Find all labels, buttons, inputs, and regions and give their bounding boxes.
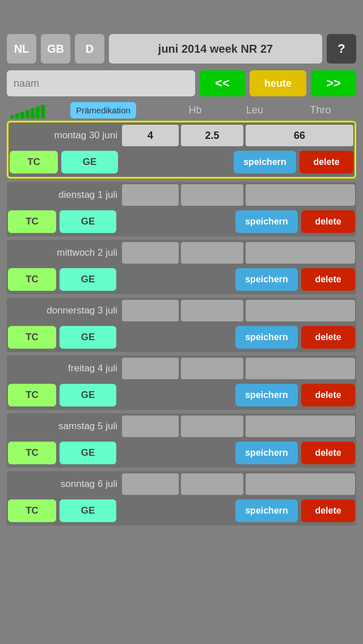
tc-button-donnerstag[interactable]: TC: [8, 326, 56, 349]
ge-button-freitag[interactable]: GE: [60, 384, 116, 406]
day-section-mittwoch: mittwoch 2 juli TC GE speichern delete: [7, 240, 356, 294]
thro-value-montag: 66: [246, 125, 353, 146]
action-row-montag: TC GE speichern delete: [9, 149, 354, 177]
ge-button-mittwoch[interactable]: GE: [60, 268, 116, 291]
speichern-button-dienstag[interactable]: speichern: [235, 210, 298, 233]
speichern-button-donnerstag[interactable]: speichern: [235, 326, 298, 349]
speichern-button-mittwoch[interactable]: speichern: [235, 268, 298, 291]
tc-button-samstag[interactable]: TC: [8, 442, 56, 464]
day-section-samstag: samstag 5 juli TC GE speichern delete: [7, 413, 356, 468]
day-row-montag: montag 30 juni 4 2.5 66: [9, 122, 354, 149]
day-section-montag: montag 30 juni 4 2.5 66 TC GE speichern …: [7, 121, 356, 179]
day-label-donnerstag: donnerstag 3 juli: [8, 305, 122, 316]
action-row-sonntag: TC GE speichern delete: [7, 497, 356, 526]
day-section-freitag: freitag 4 juli TC GE speichern delete: [7, 355, 356, 410]
naam-input[interactable]: [7, 70, 195, 96]
day-row-samstag: samstag 5 juli: [7, 413, 356, 439]
day-section-sonntag: sonntag 6 juli TC GE speichern delete: [7, 471, 356, 526]
praemed-button[interactable]: Prämedikation: [70, 102, 136, 118]
thro-value-sonntag: [246, 473, 355, 495]
top-bar: NL GB D juni 2014 week NR 27 ?: [7, 34, 356, 63]
tc-button-mittwoch[interactable]: TC: [8, 268, 56, 291]
bar3: [20, 112, 24, 118]
day-label-sonntag: sonntag 6 juli: [8, 478, 122, 490]
leu-value-samstag: [181, 416, 243, 437]
bar6: [36, 107, 40, 118]
ge-button-dienstag[interactable]: GE: [60, 210, 116, 233]
column-headers: Prämedikation Hb Leu Thro: [7, 102, 356, 118]
lang-nl-button[interactable]: NL: [7, 34, 36, 63]
signal-icon: [10, 103, 45, 118]
day-section-dienstag: dienstag 1 juli TC GE speichern delete: [7, 182, 356, 236]
ge-button-sonntag[interactable]: GE: [60, 499, 116, 522]
speichern-button-montag[interactable]: speichern: [234, 151, 296, 173]
ge-button-montag[interactable]: GE: [61, 151, 118, 173]
day-row-sonntag: sonntag 6 juli: [7, 471, 356, 497]
bar5: [31, 108, 35, 118]
hb-value-montag: 4: [122, 125, 179, 146]
day-label-dienstag: dienstag 1 juli: [8, 189, 122, 201]
leu-value-freitag: [181, 358, 243, 379]
thro-value-samstag: [246, 416, 355, 437]
leu-value-dienstag: [181, 184, 243, 206]
leu-value-donnerstag: [181, 300, 243, 321]
nav-next-button[interactable]: >>: [311, 70, 356, 96]
ge-button-samstag[interactable]: GE: [60, 442, 116, 464]
day-label-montag: montag 30 juni: [10, 130, 122, 141]
delete-button-dienstag[interactable]: delete: [301, 210, 355, 233]
speichern-button-freitag[interactable]: speichern: [235, 384, 298, 406]
day-label-freitag: freitag 4 juli: [8, 363, 122, 374]
thro-column-header: Thro: [286, 104, 355, 116]
day-row-freitag: freitag 4 juli: [7, 355, 356, 382]
tc-button-sonntag[interactable]: TC: [8, 499, 56, 522]
days-container: montag 30 juni 4 2.5 66 TC GE speichern …: [7, 121, 356, 526]
leu-value-mittwoch: [181, 242, 243, 264]
speichern-button-sonntag[interactable]: speichern: [235, 499, 298, 522]
thro-value-donnerstag: [246, 300, 355, 321]
delete-button-donnerstag[interactable]: delete: [301, 326, 355, 349]
lang-gb-button[interactable]: GB: [41, 34, 70, 63]
action-row-samstag: TC GE speichern delete: [7, 439, 356, 468]
bar2: [15, 113, 19, 118]
bar7: [41, 105, 45, 118]
praemed-column-header: Prämedikation: [70, 102, 167, 118]
day-section-donnerstag: donnerstag 3 juli TC GE speichern delete: [7, 298, 356, 352]
action-row-freitag: TC GE speichern delete: [7, 382, 356, 410]
lang-d-button[interactable]: D: [75, 34, 104, 63]
tc-button-montag[interactable]: TC: [10, 151, 58, 173]
signal-area: [8, 103, 70, 118]
leu-value-sonntag: [181, 473, 243, 495]
day-label-samstag: samstag 5 juli: [8, 421, 122, 432]
ge-button-donnerstag[interactable]: GE: [60, 326, 116, 349]
delete-button-samstag[interactable]: delete: [301, 442, 355, 464]
bar1: [10, 115, 14, 118]
leu-column-header: Leu: [223, 104, 286, 116]
action-row-dienstag: TC GE speichern delete: [7, 208, 356, 236]
delete-button-sonntag[interactable]: delete: [301, 499, 355, 522]
speichern-button-samstag[interactable]: speichern: [235, 442, 298, 464]
day-row-dienstag: dienstag 1 juli: [7, 182, 356, 208]
search-bar: << heute >>: [7, 70, 356, 96]
day-label-mittwoch: mittwoch 2 juli: [8, 247, 122, 259]
tc-button-dienstag[interactable]: TC: [8, 210, 56, 233]
hb-value-mittwoch: [122, 242, 179, 264]
thro-value-mittwoch: [246, 242, 355, 264]
nav-today-button[interactable]: heute: [250, 70, 306, 96]
hb-value-sonntag: [122, 473, 179, 495]
action-row-donnerstag: TC GE speichern delete: [7, 324, 356, 352]
help-button[interactable]: ?: [327, 34, 356, 63]
hb-value-samstag: [122, 416, 179, 437]
hb-value-dienstag: [122, 184, 179, 206]
delete-button-montag[interactable]: delete: [299, 151, 353, 173]
hb-value-freitag: [122, 358, 179, 379]
delete-button-mittwoch[interactable]: delete: [301, 268, 355, 291]
action-row-mittwoch: TC GE speichern delete: [7, 266, 356, 294]
leu-value-montag: 2.5: [181, 125, 243, 146]
bar4: [26, 110, 29, 118]
tc-button-freitag[interactable]: TC: [8, 384, 56, 406]
hb-column-header: Hb: [167, 104, 223, 116]
nav-prev-button[interactable]: <<: [200, 70, 245, 96]
delete-button-freitag[interactable]: delete: [301, 384, 355, 406]
day-row-mittwoch: mittwoch 2 juli: [7, 240, 356, 266]
week-title: juni 2014 week NR 27: [109, 34, 322, 63]
